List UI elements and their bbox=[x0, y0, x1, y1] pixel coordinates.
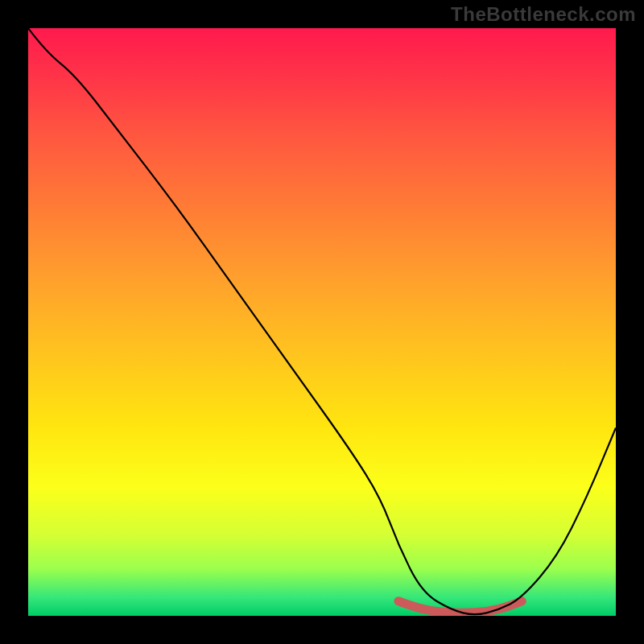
chart-frame: TheBottleneck.com bbox=[0, 0, 644, 644]
bottleneck-curve bbox=[28, 28, 616, 614]
plot-area bbox=[28, 28, 616, 616]
chart-svg bbox=[28, 28, 616, 616]
watermark-text: TheBottleneck.com bbox=[451, 3, 636, 26]
